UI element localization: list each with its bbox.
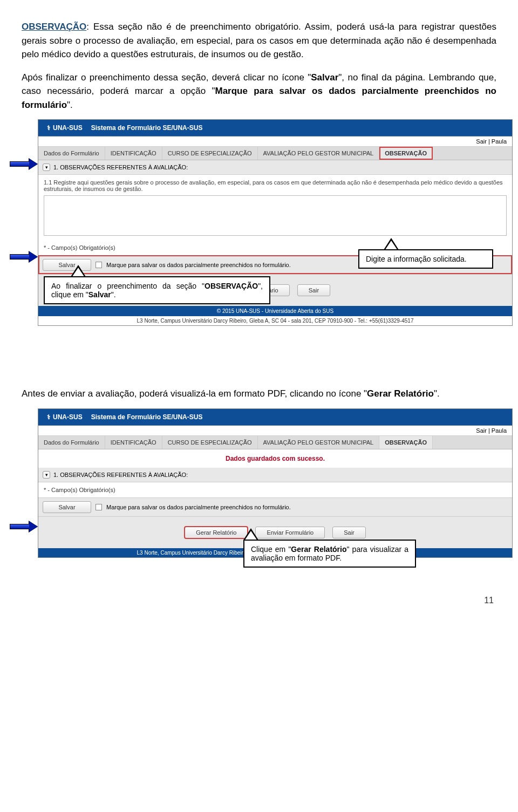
app-header: ⚕ UNA-SUS Sistema de Formulário SE/UNA-S… (38, 120, 512, 137)
save-button[interactable]: Salvar (43, 501, 91, 513)
chevron-down-icon: ▾ (43, 163, 50, 171)
tab-avaliacao[interactable]: AVALIAÇÃO PELO GESTOR MUNICIPAL (258, 436, 380, 449)
tab-observacao[interactable]: OBSERVAÇÃO (379, 436, 433, 449)
link-sair[interactable]: Sair (476, 427, 487, 434)
section-title-link: OBSERVAÇÃO (22, 22, 86, 32)
screenshot-gerar-relatorio: ⚕ UNA-SUS Sistema de Formulário SE/UNA-S… (38, 408, 513, 558)
brand-text: UNA-SUS (53, 124, 83, 132)
intro-text: : Essa seção não é de preenchimento obri… (22, 22, 496, 59)
success-message: Dados guardados com sucesso. (38, 449, 512, 468)
tab-dados[interactable]: Dados do Formulário (38, 436, 105, 449)
pointer-arrow-icon (10, 252, 37, 262)
brand-icon: ⚕ (47, 413, 51, 421)
brand-logo: ⚕ UNA-SUS (44, 123, 86, 133)
partial-save-label: Marque para salvar os dados parcialmente… (106, 262, 291, 268)
section-expander[interactable]: ▾ 1. OBSERVAÇÕES REFERENTES À AVALIAÇÃO: (38, 468, 512, 482)
page-number: 11 (22, 590, 496, 605)
tab-curso[interactable]: CURSO DE ESPECIALIZAÇÃO (162, 147, 258, 160)
save-row: Salvar Marque para salvar os dados parci… (38, 497, 512, 516)
app-footer-address: L3 Norte, Campus Universitário Darcy Rib… (38, 316, 512, 325)
partial-save-label: Marque para salvar os dados parcialmente… (106, 504, 291, 510)
pointer-arrow-icon (10, 522, 37, 531)
field-description: 1.1 Registre aqui questões gerais sobre … (38, 175, 512, 240)
callout-salvar: Ao finalizar o preenchimento da seção "O… (44, 276, 270, 304)
tab-curso[interactable]: CURSO DE ESPECIALIZAÇÃO (162, 436, 258, 449)
app-footer-copy: © 2015 UNA-SUS - Universidade Aberta do … (38, 306, 512, 316)
top-right-bar: Sair | Paula (38, 137, 512, 147)
brand-logo: ⚕ UNA-SUS (44, 412, 86, 422)
user-name: Paula (492, 427, 507, 434)
tab-identificacao[interactable]: IDENTIFICAÇÃO (105, 436, 162, 449)
chevron-down-icon: ▾ (43, 471, 50, 479)
section-expander[interactable]: ▾ 1. OBSERVAÇÕES REFERENTES À AVALIAÇÃO: (38, 160, 512, 175)
user-name: Paula (492, 138, 507, 145)
link-sair[interactable]: Sair (476, 138, 487, 145)
app-title: Sistema de Formulário SE/UNA-SUS (91, 413, 203, 421)
app-header: ⚕ UNA-SUS Sistema de Formulário SE/UNA-S… (38, 409, 512, 426)
brand-icon: ⚕ (47, 124, 51, 132)
screenshot-observacao-form: ⚕ UNA-SUS Sistema de Formulário SE/UNA-S… (38, 119, 513, 326)
paragraph-2: Após finalizar o preenchimento dessa seç… (22, 71, 496, 112)
tab-observacao[interactable]: OBSERVAÇÃO (379, 147, 433, 160)
gerar-relatorio-button[interactable]: Gerar Relatório (185, 527, 248, 538)
callout-gerar-relatorio: Clique em "Gerar Relatório" para visuali… (243, 540, 416, 568)
partial-save-checkbox[interactable] (96, 262, 102, 268)
callout-digite-info: Digite a informação solicitada. (358, 249, 493, 269)
tab-dados[interactable]: Dados do Formulário (38, 147, 105, 160)
partial-save-checkbox[interactable] (96, 504, 102, 510)
textarea-observacao[interactable] (44, 195, 507, 236)
tab-bar: Dados do Formulário IDENTIFICAÇÃO CURSO … (38, 147, 512, 160)
sair-button[interactable]: Sair (297, 284, 331, 296)
app-title: Sistema de Formulário SE/UNA-SUS (91, 124, 203, 132)
tab-avaliacao[interactable]: AVALIAÇÃO PELO GESTOR MUNICIPAL (258, 147, 380, 160)
section-label: 1. OBSERVAÇÕES REFERENTES À AVALIAÇÃO: (53, 472, 188, 478)
sair-button[interactable]: Sair (332, 527, 366, 538)
section-label: 1. OBSERVAÇÕES REFERENTES À AVALIAÇÃO: (53, 164, 188, 170)
paragraph-3: Antes de enviar a avaliação, poderá visu… (22, 387, 496, 401)
top-right-bar: Sair | Paula (38, 426, 512, 436)
intro-paragraph: OBSERVAÇÃO: Essa seção não é de preenchi… (22, 20, 496, 62)
required-fields-note: * - Campo(s) Obrigatório(s) (38, 482, 512, 497)
pointer-arrow-icon (10, 159, 37, 169)
tab-bar: Dados do Formulário IDENTIFICAÇÃO CURSO … (38, 436, 512, 449)
brand-text: UNA-SUS (53, 413, 83, 421)
enviar-button[interactable]: Enviar Formulário (255, 527, 325, 538)
tab-identificacao[interactable]: IDENTIFICAÇÃO (105, 147, 162, 160)
